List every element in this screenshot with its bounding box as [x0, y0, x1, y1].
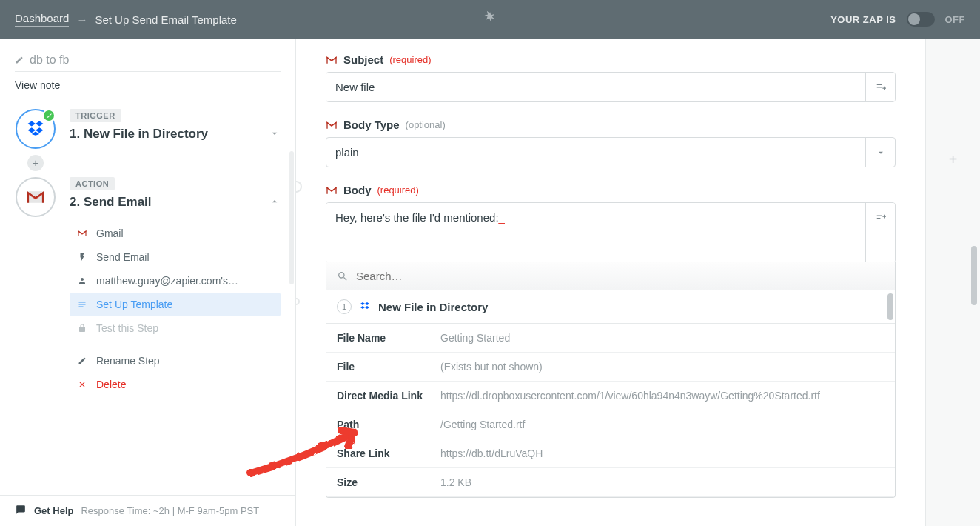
option-value: 1.2 KB: [440, 476, 885, 488]
substep-label: Set Up Template: [96, 299, 172, 310]
dropdown-option[interactable]: Size1.2 KB: [326, 468, 895, 497]
dropdown-option[interactable]: File(Exists but not shown): [326, 353, 895, 382]
chat-icon: [15, 505, 27, 517]
trigger-step-icon[interactable]: [16, 109, 56, 149]
list-plus-icon: [874, 210, 887, 221]
check-badge-icon: [42, 109, 56, 122]
substep-label: matthew.guay@zapier.com's…: [96, 275, 238, 287]
trigger-badge: TRIGGER: [70, 109, 121, 122]
dropdown-option[interactable]: Direct Media Linkhttps://dl.dropboxuserc…: [326, 382, 895, 410]
zap-name-row[interactable]: db to fb: [15, 53, 281, 72]
list-plus-icon: [874, 82, 887, 93]
view-note-link[interactable]: View note: [15, 79, 281, 91]
option-value: Getting Started: [440, 332, 885, 344]
page-title: Set Up Send Email Template: [95, 13, 237, 26]
response-time: Response Time: ~2h | M-F 9am-5pm PST: [81, 505, 259, 516]
required-label: (required): [389, 54, 431, 65]
connector-dot: [296, 181, 302, 193]
action-step-icon[interactable]: [16, 177, 56, 217]
insert-field-button[interactable]: [865, 203, 895, 262]
dropdown-option[interactable]: Share Linkhttps://db.tt/dLruVaQH: [326, 439, 895, 468]
substep-gmail[interactable]: Gmail: [70, 222, 281, 245]
main-panel: Subject (required) Body Type (optional) …: [296, 39, 925, 526]
option-key: Path: [337, 419, 433, 430]
get-help-link[interactable]: Get Help: [34, 505, 73, 516]
arrow-icon: →: [76, 13, 87, 26]
optional-label: (optional): [406, 119, 446, 130]
option-key: File Name: [337, 332, 433, 344]
option-value: https://db.tt/dLruVaQH: [440, 447, 885, 459]
required-label: (required): [377, 184, 419, 196]
option-value: /Getting Started.rtf: [440, 419, 885, 430]
x-icon: [77, 380, 87, 389]
chevron-up-icon: [269, 196, 281, 210]
body-type-value: plain: [326, 138, 865, 167]
gmail-small-icon: [77, 230, 87, 237]
toggle-off-label: OFF: [945, 14, 966, 25]
add-step-button[interactable]: +: [27, 155, 44, 171]
option-key: File: [337, 361, 433, 373]
sidebar-footer: Get Help Response Time: ~2h | M-F 9am-5p…: [0, 495, 295, 526]
dropdown-option[interactable]: Path/Getting Started.rtf: [326, 410, 895, 439]
field-dropdown: 1 New File in Directory File NameGetting…: [326, 262, 896, 498]
trigger-title: 1. New File in Directory: [70, 127, 208, 142]
substep-label: Delete: [96, 379, 126, 390]
dropbox-icon: [359, 301, 371, 313]
add-button[interactable]: +: [945, 151, 961, 167]
gmail-icon: [25, 190, 46, 204]
substep-rename[interactable]: Rename Step: [70, 349, 281, 373]
substep-test: Test this Step: [70, 316, 281, 340]
subject-input[interactable]: [326, 73, 865, 101]
body-type-label: Body Type: [343, 119, 400, 131]
substep-label: Test this Step: [96, 322, 158, 334]
option-value: https://dl.dropboxusercontent.com/1/view…: [440, 390, 885, 402]
gmail-icon: [326, 54, 338, 66]
body-text: Hey, here's the file I'd mentioned:: [335, 211, 499, 224]
template-icon: [77, 300, 87, 309]
bolt-icon: [77, 252, 87, 262]
body-textarea[interactable]: Hey, here's the file I'd mentioned:_: [326, 203, 865, 262]
dropdown-option[interactable]: File NameGetting Started: [326, 324, 895, 353]
your-zap-label: YOUR ZAP IS: [830, 14, 896, 25]
dropdown-source-header[interactable]: 1 New File in Directory: [326, 290, 895, 324]
lock-icon: [77, 323, 87, 333]
source-title: New File in Directory: [378, 301, 488, 313]
insert-field-button[interactable]: [865, 73, 895, 101]
page-scrollbar[interactable]: [971, 246, 977, 305]
sidebar-scrollbar[interactable]: [289, 151, 294, 284]
option-key: Size: [337, 476, 433, 488]
zap-name: db to fb: [30, 53, 69, 67]
gmail-icon: [326, 184, 338, 196]
zapier-logo-icon: [483, 10, 497, 29]
option-value: (Exists but not shown): [440, 361, 885, 373]
gmail-icon: [326, 119, 338, 131]
dashboard-link[interactable]: Dashboard: [15, 12, 69, 27]
substep-delete[interactable]: Delete: [70, 373, 281, 396]
cursor-mark: _: [499, 211, 505, 224]
dropbox-icon: [25, 119, 46, 139]
dropdown-search-input[interactable]: [356, 270, 885, 282]
trigger-step-header[interactable]: 1. New File in Directory: [70, 127, 281, 142]
dropdown-scrollbar[interactable]: [887, 293, 893, 496]
pencil-icon: [15, 56, 24, 64]
substep-send-email[interactable]: Send Email: [70, 245, 281, 269]
option-key: Direct Media Link: [337, 390, 433, 402]
body-type-select[interactable]: plain: [326, 137, 896, 167]
chevron-down-icon: [865, 138, 895, 167]
action-step-header[interactable]: 2. Send Email: [70, 195, 281, 210]
substep-setup-template[interactable]: Set Up Template: [70, 293, 281, 316]
substep-label: Rename Step: [96, 355, 160, 367]
subject-label: Subject: [343, 53, 383, 66]
chevron-down-icon: [269, 127, 281, 142]
substep-label: Send Email: [96, 251, 150, 263]
sidebar: db to fb View note + TRIGG: [0, 39, 296, 526]
action-title: 2. Send Email: [70, 195, 152, 210]
connector-dot: [296, 298, 300, 305]
zap-toggle[interactable]: [907, 12, 935, 27]
action-badge: ACTION: [70, 177, 115, 190]
substep-account[interactable]: matthew.guay@zapier.com's…: [70, 269, 281, 293]
source-number: 1: [337, 299, 352, 314]
option-key: Share Link: [337, 447, 433, 459]
person-icon: [77, 276, 87, 286]
right-gutter: +: [925, 39, 980, 526]
